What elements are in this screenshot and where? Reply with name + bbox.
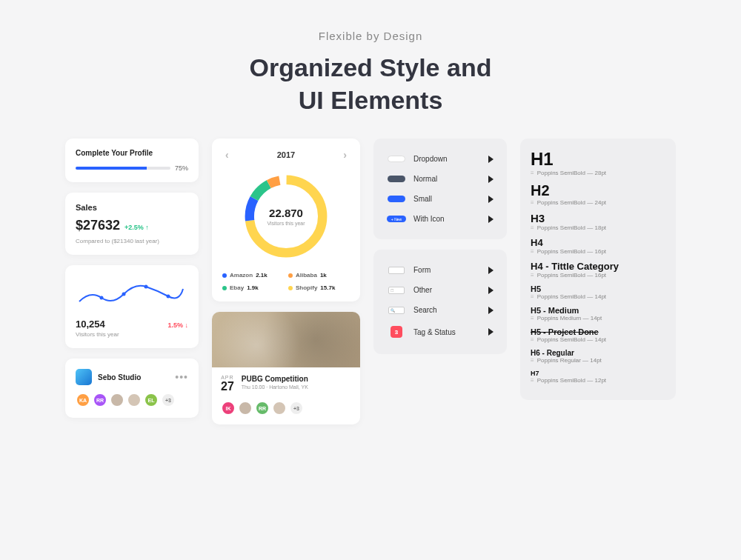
svg-point-1 [122,293,126,296]
panel-item[interactable]: + NewWith Icon [384,209,496,229]
visitors-delta: 1.5% ↓ [167,321,188,329]
panel-item[interactable]: 🔍Search [384,300,496,320]
legend-item: Amazon 2.1k [222,272,284,279]
typo-row: H4 - Tittle CategoryPoppins SemiBold — 1… [531,261,665,279]
play-icon [488,287,494,294]
sebo-logo-icon [76,369,92,385]
page-header: Flexible by Design Organized Style and U… [0,0,741,139]
typo-row: H3Poppins SemiBold — 18pt [531,212,665,231]
typography-panel: H1Poppins SemiBold — 28ptH2Poppins SemiB… [520,139,676,400]
sebo-avatars: KARREL+3 [76,393,188,407]
sales-value: $27632 [76,218,120,233]
typo-row: H1Poppins SemiBold — 28pt [531,149,665,176]
panel-item[interactable]: ☐Other [384,280,496,300]
play-icon [488,156,494,163]
donut-card: ‹ 2017 › 22.870 Visitors this year Amazo… [212,139,360,301]
event-image [212,312,360,367]
more-icon[interactable]: ••• [175,371,188,383]
panel-item[interactable]: Form [384,260,496,280]
eyebrow: Flexible by Design [0,30,741,42]
donut-legend: Amazon 2.1kAlibaba 1kEbay 1.9kShopify 15… [222,272,350,291]
avatar[interactable]: EL [144,393,159,407]
event-date: APR 27 [221,375,234,393]
legend-item: Ebay 1.9k [222,284,284,291]
sales-card: Sales $27632 +2.5% ↑ Compared to ($21340… [65,193,199,255]
inputs-panel: Form☐Other🔍Search3Tag & Status [373,250,507,354]
sales-delta: +2.5% ↑ [124,224,149,231]
play-icon [488,267,494,274]
avatar-more[interactable]: +3 [289,401,304,416]
play-icon [488,176,494,183]
event-avatars: IKRR+3 [212,401,360,424]
svg-point-0 [100,296,104,300]
avatar[interactable]: RR [93,393,107,407]
line-chart-icon [76,276,187,313]
progress-percent: 75% [175,164,188,172]
donut-year: 2017 [277,150,295,159]
svg-point-2 [144,285,148,289]
visitors-chart-card: 10,254 Visitors this year 1.5% ↓ [65,265,199,348]
avatar[interactable] [238,401,253,416]
avatar[interactable] [110,393,124,407]
avatar[interactable] [127,393,142,407]
panel-item[interactable]: Small [384,189,496,209]
chevron-left-icon[interactable]: ‹ [225,149,229,161]
typo-row: H6 - RegularPoppins Regular — 14pt [531,349,665,364]
event-card[interactable]: APR 27 PUBG Competition Thu 10.00 · Hart… [212,312,360,424]
play-icon [488,196,494,203]
donut-label: Visitors this year [267,221,305,226]
typo-row: H4Poppins SemiBold — 16pt [531,237,665,255]
play-icon [488,216,494,223]
panel-item[interactable]: Dropdown [384,149,496,169]
avatar[interactable]: IK [221,401,236,416]
avatar-more[interactable]: +3 [161,393,176,407]
typo-row: H2Poppins SemiBold — 24pt [531,182,665,206]
avatar[interactable]: RR [255,401,270,416]
typo-row: H5 - Project DonePoppins SemiBold — 14pt [531,327,665,343]
legend-item: Shopify 15.7k [288,284,350,291]
sales-label: Sales [76,203,188,212]
event-title: PUBG Competition [242,375,308,383]
typo-row: H5Poppins SemiBold — 14pt [531,284,665,300]
sales-compared: Compared to ($21340 last year) [76,238,188,244]
avatar[interactable] [272,401,287,416]
svg-point-3 [167,295,170,299]
typo-row: H7Poppins SemiBold — 12pt [531,370,665,384]
typo-row: H5 - MediumPoppins Medium — 14pt [531,306,665,321]
panel-item[interactable]: 3Tag & Status [384,320,496,344]
buttons-panel: DropdownNormalSmall+ NewWith Icon [373,139,507,239]
sebo-name: Sebo Studio [98,373,141,381]
avatar[interactable]: KA [76,393,90,407]
donut-value: 22.870 [269,207,303,219]
play-icon [488,328,494,336]
legend-item: Alibaba 1k [288,272,350,279]
panel-item[interactable]: Normal [384,169,496,189]
sebo-card: Sebo Studio ••• KARREL+3 [65,359,199,418]
event-subtitle: Thu 10.00 · Hartono Mall, YK [242,384,308,390]
profile-progress-card: Complete Your Profile 75% [65,139,199,182]
play-icon [488,307,494,314]
visitors-label: Visitors this year [76,331,188,338]
chevron-right-icon[interactable]: › [343,149,347,161]
page-title: Organized Style and UI Elements [0,51,741,116]
profile-title: Complete Your Profile [76,149,188,157]
progress-bar [76,167,170,170]
